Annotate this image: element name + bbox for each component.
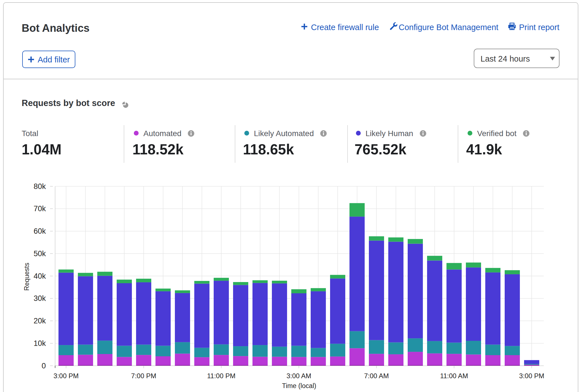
svg-text:Time (local): Time (local) [282, 382, 316, 389]
svg-text:60k: 60k [33, 227, 46, 235]
svg-text:40k: 40k [33, 272, 46, 280]
svg-text:11:00 PM: 11:00 PM [207, 372, 236, 380]
svg-text:3:00 PM: 3:00 PM [519, 372, 544, 380]
svg-text:0: 0 [42, 362, 46, 370]
svg-text:30k: 30k [33, 294, 46, 303]
svg-text:20k: 20k [33, 317, 46, 325]
svg-text:3:00 PM: 3:00 PM [53, 372, 78, 380]
svg-text:3:00 AM: 3:00 AM [287, 372, 311, 380]
svg-text:50k: 50k [33, 249, 46, 258]
svg-text:10k: 10k [33, 339, 46, 348]
svg-text:Requests: Requests [23, 263, 30, 290]
svg-text:70k: 70k [33, 204, 46, 213]
svg-text:11:00 AM: 11:00 AM [440, 372, 468, 380]
svg-text:7:00 AM: 7:00 AM [364, 372, 389, 380]
svg-text:80k: 80k [33, 182, 46, 191]
svg-text:7:00 PM: 7:00 PM [131, 372, 156, 380]
